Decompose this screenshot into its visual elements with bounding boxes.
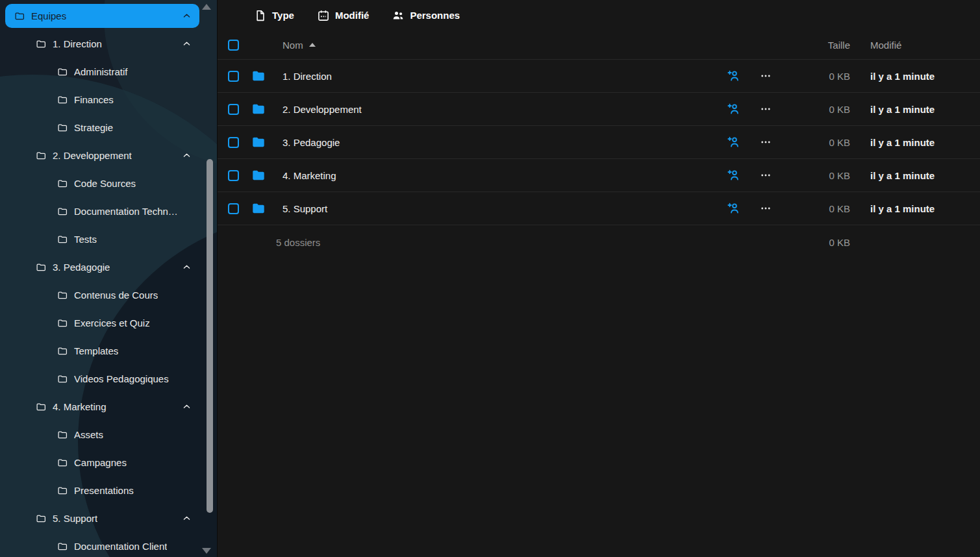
folder-icon bbox=[36, 39, 46, 49]
filter-type-label: Type bbox=[272, 10, 294, 21]
select-all-checkbox[interactable] bbox=[228, 40, 239, 51]
chevron-up-icon[interactable] bbox=[182, 514, 192, 523]
table-row[interactable]: 2. Developpement 0 KB il y a 1 minute bbox=[218, 93, 980, 126]
sidebar-item-label: Documentation Client bbox=[74, 541, 167, 552]
file-name: 2. Developpement bbox=[283, 104, 362, 115]
sidebar-folder-item[interactable]: Tests bbox=[5, 227, 199, 251]
row-checkbox[interactable] bbox=[228, 104, 239, 115]
total-size: 0 KB bbox=[775, 237, 850, 248]
sort-ascending-icon bbox=[309, 43, 316, 47]
share-add-person-button[interactable] bbox=[726, 168, 740, 182]
folder-icon bbox=[250, 168, 283, 182]
row-checkbox[interactable] bbox=[228, 170, 239, 181]
file-modified: il y a 1 minute bbox=[850, 137, 961, 148]
sidebar-folder-item[interactable]: Contenus de Cours bbox=[5, 283, 199, 307]
sidebar-folder-item[interactable]: 1. Direction bbox=[5, 32, 199, 56]
more-actions-button[interactable] bbox=[760, 203, 772, 214]
folder-icon bbox=[57, 123, 68, 133]
folder-icon bbox=[57, 290, 68, 301]
sidebar-tree: Equipes 1. Direction Administratif Finan… bbox=[0, 0, 217, 557]
table-row[interactable]: 3. Pedagogie 0 KB il y a 1 minute bbox=[218, 126, 980, 159]
sidebar-item-label: 5. Support bbox=[53, 513, 97, 524]
column-header-name[interactable]: Nom bbox=[283, 40, 691, 51]
sidebar-folder-item[interactable]: 3. Pedagogie bbox=[5, 255, 199, 279]
table-header-row: Nom Taille Modifié bbox=[218, 31, 980, 60]
filter-modified-button[interactable]: Modifié bbox=[317, 9, 370, 22]
scrollbar-down-arrow[interactable] bbox=[202, 548, 211, 554]
chevron-up-icon[interactable] bbox=[182, 262, 192, 272]
chevron-up-icon[interactable] bbox=[182, 39, 192, 49]
sidebar-folder-item[interactable]: Campagnes bbox=[5, 451, 199, 475]
people-icon bbox=[392, 9, 405, 22]
sidebar-folder-item[interactable]: Exercices et Quiz bbox=[5, 311, 199, 335]
row-checkbox[interactable] bbox=[228, 137, 239, 148]
scrollbar-thumb[interactable] bbox=[207, 159, 213, 513]
sidebar-item-label: Code Sources bbox=[74, 178, 136, 189]
file-modified: il y a 1 minute bbox=[850, 104, 961, 115]
sidebar-item-label: Presentations bbox=[74, 485, 134, 496]
folder-icon bbox=[250, 102, 283, 116]
sidebar-item-label: Finances bbox=[74, 94, 114, 105]
sidebar-item-label: 4. Marketing bbox=[53, 401, 107, 412]
sidebar-item-label: Campagnes bbox=[74, 457, 127, 468]
chevron-up-icon[interactable] bbox=[182, 11, 192, 21]
sidebar-item-label: Videos Pedagogiques bbox=[74, 373, 169, 384]
column-header-modified[interactable]: Modifié bbox=[850, 40, 961, 51]
row-checkbox[interactable] bbox=[228, 203, 239, 214]
table-row[interactable]: 5. Support 0 KB il y a 1 minute bbox=[218, 192, 980, 225]
file-modified: il y a 1 minute bbox=[850, 71, 961, 82]
chevron-up-icon[interactable] bbox=[182, 402, 192, 412]
file-icon bbox=[254, 9, 267, 22]
folder-icon bbox=[57, 374, 68, 384]
sidebar-folder-item[interactable]: Finances bbox=[5, 88, 199, 112]
sidebar-folder-item[interactable]: Presentations bbox=[5, 478, 199, 502]
file-size: 0 KB bbox=[775, 104, 850, 115]
sidebar-folder-item[interactable]: Strategie bbox=[5, 116, 199, 140]
sidebar-folder-item[interactable]: Documentation Techn… bbox=[5, 199, 199, 223]
sidebar-folder-item[interactable]: Code Sources bbox=[5, 171, 199, 195]
filter-type-button[interactable]: Type bbox=[254, 9, 294, 22]
file-name: 4. Marketing bbox=[283, 170, 336, 181]
more-actions-button[interactable] bbox=[760, 70, 772, 82]
more-actions-button[interactable] bbox=[760, 136, 772, 148]
file-name: 3. Pedagogie bbox=[283, 137, 340, 148]
folder-icon bbox=[250, 135, 283, 149]
folder-icon bbox=[57, 318, 68, 328]
sidebar-folder-item[interactable]: Documentation Client bbox=[5, 534, 199, 557]
file-modified: il y a 1 minute bbox=[850, 203, 961, 214]
sidebar-folder-item[interactable]: 5. Support bbox=[5, 506, 199, 530]
sidebar-folder-item[interactable]: 2. Developpement bbox=[5, 143, 199, 167]
filter-people-button[interactable]: Personnes bbox=[392, 9, 460, 22]
share-add-person-button[interactable] bbox=[726, 135, 740, 149]
table-row[interactable]: 1. Direction 0 KB il y a 1 minute bbox=[218, 60, 980, 93]
folder-icon bbox=[250, 201, 283, 216]
row-checkbox[interactable] bbox=[228, 71, 239, 82]
sidebar-folder-item[interactable]: Templates bbox=[5, 339, 199, 363]
file-size: 0 KB bbox=[775, 137, 850, 148]
share-add-person-button[interactable] bbox=[726, 102, 740, 116]
table-row[interactable]: 4. Marketing 0 KB il y a 1 minute bbox=[218, 159, 980, 192]
folder-icon bbox=[57, 179, 68, 189]
calendar-icon bbox=[317, 9, 330, 22]
chevron-up-icon[interactable] bbox=[182, 151, 192, 160]
sidebar-item-label: Contenus de Cours bbox=[74, 290, 158, 301]
list-summary-row: 5 dossiers 0 KB bbox=[218, 225, 980, 259]
folder-icon bbox=[36, 402, 46, 412]
more-actions-button[interactable] bbox=[760, 169, 772, 181]
sidebar-item-label: Assets bbox=[74, 429, 103, 440]
sidebar-folder-item[interactable]: Equipes bbox=[5, 4, 199, 28]
folder-icon bbox=[57, 67, 68, 77]
sidebar-folder-item[interactable]: 4. Marketing bbox=[5, 395, 199, 419]
more-actions-button[interactable] bbox=[760, 103, 772, 115]
sidebar-folder-item[interactable]: Assets bbox=[5, 423, 199, 447]
folder-icon bbox=[57, 541, 68, 552]
column-header-size[interactable]: Taille bbox=[775, 40, 850, 51]
sidebar-item-label: Administratif bbox=[74, 66, 128, 77]
sidebar-folder-item[interactable]: Videos Pedagogiques bbox=[5, 367, 199, 391]
sidebar-folder-item[interactable]: Administratif bbox=[5, 60, 199, 84]
file-size: 0 KB bbox=[775, 203, 850, 214]
file-list-panel: Type Modifié Personnes Nom Taille Modifi… bbox=[218, 0, 980, 557]
scrollbar-up-arrow[interactable] bbox=[202, 4, 211, 10]
share-add-person-button[interactable] bbox=[726, 201, 740, 216]
share-add-person-button[interactable] bbox=[726, 69, 740, 83]
